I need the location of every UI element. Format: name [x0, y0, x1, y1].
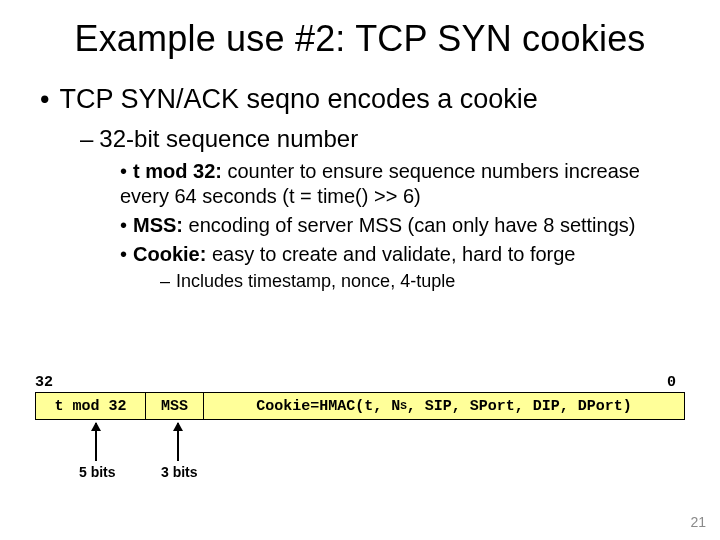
field-row: t mod 32 MSS Cookie=HMAC(t, NS, SIP, SPo… — [35, 392, 685, 420]
bullet-level2: –32-bit sequence number — [0, 121, 720, 157]
field-cookie: Cookie=HMAC(t, NS, SIP, SPort, DIP, DPor… — [204, 393, 684, 419]
slide-title: Example use #2: TCP SYN cookies — [0, 0, 720, 70]
l3a-bold: t mod 32: — [133, 160, 222, 182]
arrow-up-icon — [95, 423, 97, 461]
bullet-icon: • — [120, 214, 127, 236]
l3c-text: easy to create and validate, hard to for… — [206, 243, 575, 265]
field-mss: MSS — [146, 393, 204, 419]
bullet-dot-icon: • — [40, 84, 49, 114]
l3c-bold: Cookie: — [133, 243, 206, 265]
l1-text: TCP SYN/ACK seqno encodes a cookie — [59, 84, 537, 114]
dash-icon: – — [160, 271, 170, 291]
page-number: 21 — [690, 514, 706, 530]
bullet-level3-tmod: •t mod 32: counter to ensure sequence nu… — [0, 157, 720, 211]
bullet-level3-cookie: •Cookie: easy to create and validate, ha… — [0, 240, 720, 269]
dash-icon: – — [80, 125, 93, 152]
bit-label-low: 0 — [667, 374, 676, 391]
l2-text: 32-bit sequence number — [99, 125, 358, 152]
seqno-diagram: 32 0 t mod 32 MSS Cookie=HMAC(t, NS, SIP… — [35, 392, 685, 420]
bullet-level4: –Includes timestamp, nonce, 4-tuple — [0, 269, 720, 294]
cookie-pre: Cookie=HMAC(t, N — [256, 398, 400, 415]
width-label-tmod: 5 bits — [79, 464, 116, 480]
l3b-bold: MSS: — [133, 214, 183, 236]
l3b-text: encoding of server MSS (can only have 8 … — [183, 214, 635, 236]
bit-label-high: 32 — [35, 374, 53, 391]
bullet-level3-mss: •MSS: encoding of server MSS (can only h… — [0, 211, 720, 240]
field-tmod: t mod 32 — [36, 393, 146, 419]
bullet-icon: • — [120, 243, 127, 265]
cookie-post: , SIP, SPort, DIP, DPort) — [407, 398, 632, 415]
bullet-level1: •TCP SYN/ACK seqno encodes a cookie — [0, 70, 720, 121]
bullet-icon: • — [120, 160, 127, 182]
l4-text: Includes timestamp, nonce, 4-tuple — [176, 271, 455, 291]
cookie-subscript: S — [400, 400, 407, 412]
width-label-mss: 3 bits — [161, 464, 198, 480]
arrow-up-icon — [177, 423, 179, 461]
